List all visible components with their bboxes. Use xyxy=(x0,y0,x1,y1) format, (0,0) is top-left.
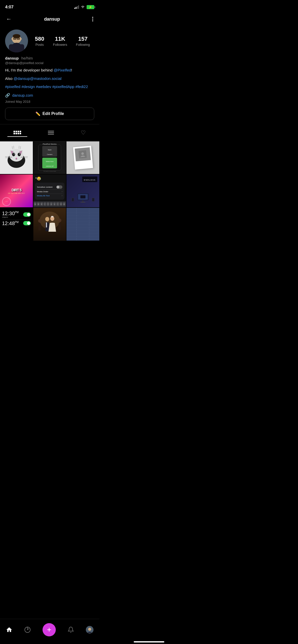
keyboard-overlay: qwertyuiop xyxy=(33,201,66,207)
following-count: 157 xyxy=(78,36,88,42)
bio-pronouns: he/him xyxy=(21,56,33,60)
svg-point-39 xyxy=(45,217,49,221)
tab-grid[interactable] xyxy=(7,129,27,137)
svg-rect-8 xyxy=(17,38,20,39)
list-view-icon xyxy=(48,131,54,135)
followers-count: 11K xyxy=(55,36,65,42)
posts-label: Posts xyxy=(35,43,44,47)
svg-line-33 xyxy=(19,146,19,148)
grid-item-settings[interactable]: *😂 Sensitive content Media Order › Media… xyxy=(33,174,66,207)
tab-bar: ♡ xyxy=(0,124,99,141)
bio-website[interactable]: 🔗 dansup.com xyxy=(5,93,94,98)
profile-stats: 580 Posts 11K Followers 157 Following xyxy=(28,36,94,47)
grid-item-cat[interactable] xyxy=(0,141,33,174)
bio-mastodon-line: Also @dansup@mastodon.social xyxy=(5,76,94,82)
following-label: Following xyxy=(76,43,90,47)
followers-label: Followers xyxy=(53,43,67,47)
bio-pixelfed-link[interactable]: @Pixelfed xyxy=(53,68,71,72)
bottom-spacer xyxy=(0,241,99,264)
tab-liked[interactable]: ♡ xyxy=(75,127,92,138)
svg-point-9 xyxy=(13,34,20,38)
edit-profile-button[interactable]: ✏️ Edit Profile xyxy=(5,108,94,120)
status-bar: 4:07 ⚡ xyxy=(0,0,99,13)
svg-rect-7 xyxy=(13,38,16,39)
posts-count: 580 xyxy=(35,36,44,42)
svg-point-44 xyxy=(58,218,61,222)
svg-point-25 xyxy=(19,153,20,154)
svg-point-22 xyxy=(13,153,14,156)
svg-rect-12 xyxy=(9,44,24,52)
bio-website-text: dansup.com xyxy=(12,93,33,97)
svg-point-24 xyxy=(14,153,15,154)
grid-item-app[interactable]: PixelFed Stories Open Camera Select from… xyxy=(33,141,66,174)
status-icons: ⚡ xyxy=(74,5,94,9)
bio-text-prefix: Hi, I'm the developer behind xyxy=(5,68,53,72)
bio-display-name: dansup xyxy=(5,56,19,60)
svg-rect-54 xyxy=(66,208,99,241)
profile-section: 580 Posts 11K Followers 157 Following xyxy=(0,27,99,52)
svg-point-11 xyxy=(20,38,22,40)
grid-item-game[interactable]: DIRT 5 ON. LET THE DIRT FLY! xyxy=(0,174,33,207)
following-stat[interactable]: 157 Following xyxy=(76,36,90,47)
grid-item-wedding[interactable] xyxy=(33,208,66,241)
svg-point-10 xyxy=(11,38,13,40)
profile-stats-row: 580 Posts 11K Followers 157 Following xyxy=(5,30,94,52)
followers-stat[interactable]: 11K Followers xyxy=(53,36,67,47)
svg-point-23 xyxy=(19,153,20,156)
posts-stat[interactable]: 580 Posts xyxy=(35,36,44,47)
more-button[interactable] xyxy=(91,16,94,22)
edit-icon: ✏️ xyxy=(35,111,40,116)
bio-handle: @dansup@pixelfed.social xyxy=(5,61,94,65)
photo-grid: PixelFed Stories Open Camera Select from… xyxy=(0,141,99,241)
header-username: dansup xyxy=(44,17,60,22)
status-time: 4:07 xyxy=(5,5,13,10)
grid-item-studio[interactable]: ENDLESS xyxy=(66,174,99,207)
bio-text-suffix: ! xyxy=(71,68,72,72)
signal-icon xyxy=(74,5,79,9)
svg-rect-41 xyxy=(46,222,47,227)
edit-profile-label: Edit Profile xyxy=(43,111,64,116)
grid-item-alarm[interactable]: 12:30PM Alarm 12:48PM xyxy=(0,208,33,241)
grid-view-icon xyxy=(13,131,21,134)
bio-section: dansup he/him @dansup@pixelfed.social Hi… xyxy=(0,52,99,104)
bio-mastodon-link[interactable]: @dansup@mastodon.social xyxy=(13,76,61,81)
svg-line-32 xyxy=(13,146,14,148)
avatar[interactable] xyxy=(5,30,28,52)
grid-item-denim[interactable] xyxy=(66,208,99,241)
svg-point-43 xyxy=(51,216,53,217)
svg-rect-45 xyxy=(59,223,61,230)
heart-icon: ♡ xyxy=(81,129,86,136)
svg-rect-47 xyxy=(38,223,41,230)
bio-name-line: dansup he/him xyxy=(5,56,94,61)
bio-joined: Joined May 2018 xyxy=(5,100,94,104)
wifi-icon xyxy=(80,5,85,9)
back-button[interactable]: ← xyxy=(5,15,13,23)
bio-tags: #pixelfed #design #webdev #pixelfedApp #… xyxy=(5,84,94,90)
link-icon: 🔗 xyxy=(5,93,10,98)
battery-icon: ⚡ xyxy=(87,5,94,9)
bio-also-prefix: Also xyxy=(5,76,13,81)
profile-header: ← dansup xyxy=(0,13,99,27)
svg-point-46 xyxy=(38,219,41,223)
tab-list[interactable] xyxy=(42,129,60,137)
bio-text: Hi, I'm the developer behind @Pixelfed! xyxy=(5,67,94,73)
grid-item-polaroid[interactable] xyxy=(66,141,99,174)
